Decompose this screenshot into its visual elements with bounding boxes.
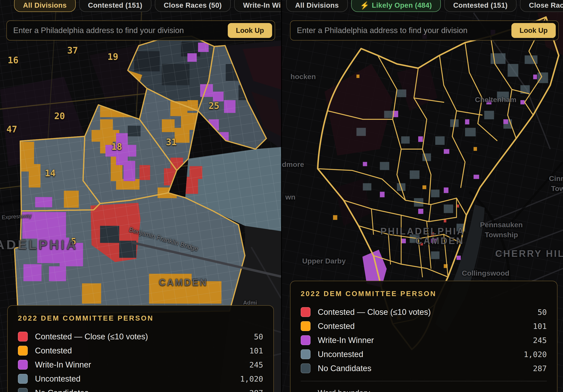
legend-row-no-candidates: No Candidates 287 [301, 361, 547, 375]
legend-row-value: 101 [249, 346, 263, 355]
legend-row-contested-close: Contested — Close (≤10 votes) 50 [18, 329, 263, 344]
legend-row-value: 50 [254, 332, 263, 341]
address-search-bar: Look Up [6, 20, 275, 40]
legend-swatch-write-in-winner [301, 335, 310, 345]
tab-label: All Divisions [23, 1, 67, 9]
legend-row-label: Contested [35, 346, 249, 355]
legend-row-value: 245 [533, 336, 547, 345]
legend-panel: 2022 DEM COMMITTEE PERSON Contested — Cl… [290, 281, 557, 392]
legend-title: 2022 DEM COMMITTEE PERSON [18, 314, 263, 322]
tab-label: Close Races (50) [164, 1, 222, 9]
legend-swatch-contested-close [18, 332, 28, 341]
legend-row-no-candidates: No Candidates 287 [18, 386, 263, 392]
tab-write-in-winners[interactable]: Write-In Winners [234, 0, 281, 12]
legend-row-contested: Contested 101 [18, 344, 263, 358]
legend-row-write-in-winner: Write-In Winner 245 [18, 358, 263, 372]
tab-label: Write-In Winners [243, 1, 281, 9]
left-filter-tabs: All Divisions Contested (151) Close Race… [14, 0, 281, 12]
legend-row-uncontested: Uncontested 1,020 [301, 347, 547, 361]
legend-row-value: 1,020 [524, 350, 547, 359]
address-search-input[interactable] [13, 26, 228, 35]
legend-row-label: No Candidates [318, 364, 533, 373]
legend-title: 2022 DEM COMMITTEE PERSON [301, 290, 547, 298]
legend-row-value: 1,020 [240, 375, 263, 383]
legend-row-label: Ward boundary [318, 389, 370, 392]
right-map-panel: hockenCheltenhamdmorewnUpper DarbyPHILAD… [282, 0, 563, 392]
legend-swatch-uncontested [301, 349, 310, 359]
legend-row-label: Contested [318, 322, 533, 331]
legend-swatch-uncontested [18, 374, 28, 384]
legend-row-label: No Candidates [35, 388, 249, 392]
legend-row-label: Uncontested [318, 350, 524, 359]
legend-swatch-contested [301, 321, 310, 331]
legend-row-label: Contested — Close (≤10 votes) [35, 332, 254, 341]
ward-map-comparison-app: 1637192047183125145 ExpresswayADELPHIABe… [0, 0, 563, 392]
tab-label: All Divisions [295, 1, 339, 9]
legend-divider [301, 381, 547, 381]
left-map-panel: 1637192047183125145 ExpresswayADELPHIABe… [0, 0, 281, 392]
tab-label: Likely Open (484) [372, 1, 432, 9]
tab-contested[interactable]: Contested (151) [79, 0, 151, 12]
legend-row-value: 287 [533, 364, 547, 373]
right-filter-tabs: All Divisions ⚡ Likely Open (484) Contes… [286, 0, 563, 12]
tab-label: Close Races (50) [529, 1, 563, 9]
tab-close-races[interactable]: Close Races (50) [155, 0, 231, 12]
legend-row-label: Write-In Winner [35, 360, 249, 369]
legend-row-label: Write-In Winner [318, 336, 533, 345]
legend-swatch-no-candidates [301, 363, 310, 373]
tab-contested[interactable]: Contested (151) [444, 0, 516, 12]
tab-all-divisions[interactable]: All Divisions [286, 0, 348, 12]
address-search-bar: Look Up [290, 20, 559, 40]
legend-row-contested: Contested 101 [301, 319, 547, 333]
lookup-button[interactable]: Look Up [228, 23, 272, 38]
lookup-button[interactable]: Look Up [512, 23, 556, 38]
legend-swatch-contested-close [301, 307, 310, 317]
legend-swatch-contested [18, 346, 28, 355]
legend-row-write-in-winner: Write-In Winner 245 [301, 333, 547, 347]
legend-row-value: 50 [538, 308, 547, 316]
legend-swatch-no-candidates [18, 388, 28, 392]
legend-row-value: 287 [249, 389, 263, 392]
tab-label: Contested (151) [453, 1, 508, 9]
tab-likely-open[interactable]: ⚡ Likely Open (484) [351, 0, 441, 12]
tab-label: Contested (151) [88, 1, 142, 9]
legend-panel: 2022 DEM COMMITTEE PERSON Contested — Cl… [7, 305, 274, 392]
lightning-bolt-icon: ⚡ [360, 1, 369, 10]
legend-row-label: Contested — Close (≤10 votes) [318, 308, 538, 317]
tab-all-divisions[interactable]: All Divisions [14, 0, 76, 12]
tab-close-races[interactable]: Close Races (50) [520, 0, 563, 12]
legend-row-value: 245 [249, 360, 263, 369]
address-search-input[interactable] [297, 26, 512, 35]
legend-row-ward-boundary: Ward boundary [301, 386, 547, 392]
legend-row-label: Uncontested [35, 374, 240, 383]
legend-row-uncontested: Uncontested 1,020 [18, 372, 263, 386]
legend-swatch-write-in-winner [18, 360, 28, 370]
legend-row-contested-close: Contested — Close (≤10 votes) 50 [301, 305, 547, 319]
legend-row-value: 101 [533, 322, 547, 331]
